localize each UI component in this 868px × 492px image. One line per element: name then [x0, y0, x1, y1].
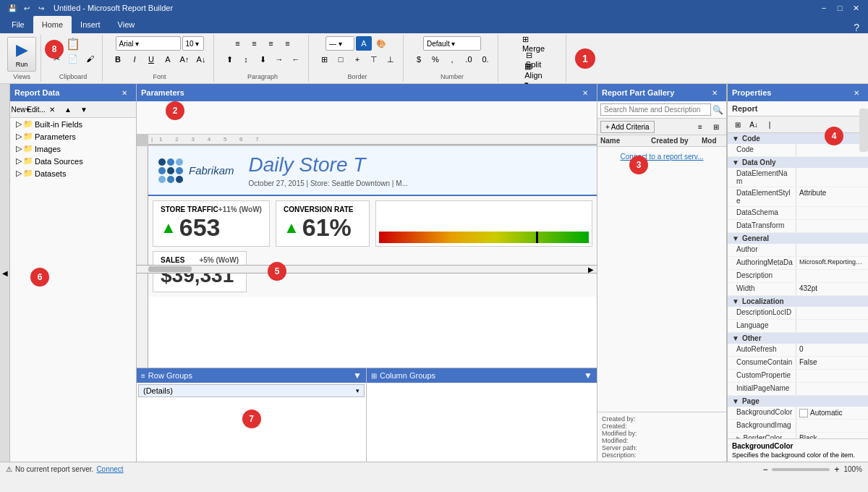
currency-btn[interactable]: $ — [411, 52, 427, 67]
props-separator: | — [762, 118, 777, 131]
tree-images[interactable]: ▷ 📁 Images — [10, 143, 136, 155]
help-icon[interactable]: ? — [848, 22, 865, 33]
delete-item-btn[interactable]: ✕ — [45, 103, 59, 116]
border-top-btn[interactable]: ⊤ — [366, 52, 382, 67]
new-item-btn[interactable]: New▾ — [13, 103, 27, 116]
align-center-btn[interactable]: ≡ — [247, 36, 263, 51]
props-scrollbar[interactable] — [859, 109, 868, 152]
border-all-btn[interactable]: ⊞ — [316, 52, 332, 67]
tab-insert[interactable]: Insert — [72, 16, 109, 33]
prop-description: Description — [728, 270, 868, 283]
zoom-in-btn[interactable]: + — [834, 465, 839, 475]
annotation-7: 7 — [242, 410, 261, 428]
col-groups-content — [367, 383, 597, 462]
align-btn[interactable]: ▦ Align ▾ — [526, 68, 542, 82]
bold-btn[interactable]: B — [110, 52, 126, 67]
font-size-down-btn[interactable]: A↓ — [193, 52, 209, 67]
close-report-data-btn[interactable]: ✕ — [117, 86, 132, 99]
undo-btn[interactable]: ↩ — [20, 1, 33, 14]
tab-file[interactable]: File — [3, 16, 33, 33]
border-inside-btn[interactable]: + — [349, 52, 365, 67]
gallery-view-list-btn[interactable]: ≡ — [693, 120, 707, 133]
merge-btn[interactable]: ⊞ Merge — [526, 36, 542, 51]
row-groups-collapse-btn[interactable]: ▼ — [353, 370, 362, 381]
paste-btn[interactable]: 📋 — [65, 36, 81, 51]
props-sort-az-btn[interactable]: A↓ — [746, 118, 761, 131]
report-subtitle: October 27, 2015 | Store: Seattle Downto… — [249, 179, 587, 187]
tab-home[interactable]: Home — [33, 16, 72, 33]
percent-btn[interactable]: % — [427, 52, 443, 67]
tree-parameters[interactable]: ▷ 📁 Parameters — [10, 130, 136, 143]
restore-btn[interactable]: □ — [833, 1, 846, 14]
gallery-connect-link[interactable]: Connect to a report serv... — [597, 147, 726, 166]
border-bottom-btn[interactable]: ⊥ — [383, 52, 399, 67]
copy-btn[interactable]: 📄 — [65, 51, 81, 66]
gallery-view-grid-btn[interactable]: ⊞ — [709, 120, 723, 133]
bar-marker — [536, 232, 538, 243]
align-justify-btn[interactable]: ≡ — [280, 36, 296, 51]
bg-color-swatch — [799, 409, 808, 417]
section-other-label: Other — [742, 334, 762, 342]
close-gallery-btn[interactable]: ✕ — [707, 86, 722, 99]
align-left-btn[interactable]: ≡ — [230, 36, 246, 51]
close-btn[interactable]: ✕ — [849, 1, 862, 14]
connect-link[interactable]: Connect — [96, 465, 123, 473]
close-parameters-btn[interactable]: ✕ — [578, 86, 592, 99]
report-data-tree: ▷ 📁 Built-in Fields ▷ 📁 Parameters ▷ 📁 I… — [10, 118, 136, 462]
section-localization[interactable]: ▼ Localization — [728, 296, 868, 307]
redo-btn[interactable]: ↪ — [35, 1, 48, 14]
close-props-btn[interactable]: ✕ — [849, 86, 864, 99]
h-scrollbar[interactable]: ▶ — [137, 265, 597, 273]
left-panel-toggle[interactable]: ◀ 6 — [0, 84, 10, 462]
font-size-up-btn[interactable]: A↑ — [176, 52, 192, 67]
section-page[interactable]: ▼ Page — [728, 396, 868, 407]
report-data-toolbar: New▾ Edit... ✕ ▲ ▼ — [10, 101, 136, 118]
valign-bot-btn[interactable]: ⬇ — [255, 52, 271, 67]
gallery-search-input[interactable] — [600, 103, 711, 116]
number-format-dropdown[interactable]: Default ▾ — [423, 36, 481, 51]
font-family-dropdown[interactable]: Arial ▾ — [116, 36, 181, 51]
edit-item-btn[interactable]: Edit... — [29, 103, 43, 116]
border-outside-btn[interactable]: □ — [333, 52, 349, 67]
outdent-btn[interactable]: ← — [288, 52, 304, 67]
valign-mid-btn[interactable]: ↕ — [238, 52, 254, 67]
tree-datasets[interactable]: ▷ 📁 Datasets — [10, 167, 136, 179]
zoom-slider[interactable] — [772, 468, 830, 471]
underline-btn[interactable]: U — [143, 52, 159, 67]
section-other[interactable]: ▼ Other — [728, 333, 868, 344]
add-criteria-btn[interactable]: + Add Criteria — [600, 121, 655, 133]
decimal-dec-btn[interactable]: 0. — [477, 52, 493, 67]
section-data-only[interactable]: ▼ Data Only — [728, 157, 868, 168]
align-right-btn[interactable]: ≡ — [263, 36, 279, 51]
tree-datasources[interactable]: ▷ 📁 Data Sources — [10, 155, 136, 167]
props-title: Properties — [732, 88, 771, 97]
props-sort-cat-btn[interactable]: ⊞ — [731, 118, 745, 131]
scroll-right-btn[interactable]: ▶ — [588, 266, 597, 273]
minimize-btn[interactable]: − — [817, 1, 830, 14]
save-btn[interactable]: 💾 — [6, 1, 19, 14]
move-down-btn[interactable]: ▼ — [77, 103, 91, 116]
move-up-btn[interactable]: ▲ — [61, 103, 75, 116]
zoom-out-btn[interactable]: − — [762, 465, 767, 475]
font-size-dropdown[interactable]: 10 ▾ — [182, 36, 204, 51]
section-code[interactable]: ▼ Code — [728, 133, 868, 144]
valign-top-btn[interactable]: ⬆ — [221, 52, 237, 67]
italic-btn[interactable]: I — [127, 52, 142, 67]
border-style-dropdown[interactable]: — ▾ — [326, 36, 354, 51]
indent-btn[interactable]: → — [271, 52, 287, 67]
tree-builtin-fields[interactable]: ▷ 📁 Built-in Fields — [10, 118, 136, 130]
font-color-btn[interactable]: A — [160, 52, 176, 67]
col-groups-collapse-btn[interactable]: ▼ — [584, 370, 592, 381]
run-button[interactable]: ▶ Run — [7, 37, 36, 72]
border-color-btn[interactable]: A — [356, 36, 372, 51]
fill-color-btn[interactable]: 🎨 — [373, 36, 389, 51]
decimal-inc-btn[interactable]: .0 — [461, 52, 477, 67]
prop-initial-page: InitialPageName — [728, 383, 868, 396]
parameters-bar: Parameters ✕ 2 — [137, 84, 597, 135]
comma-btn[interactable]: , — [444, 52, 460, 67]
format-painter-btn[interactable]: 🖌 — [82, 51, 98, 66]
section-general[interactable]: ▼ General — [728, 233, 868, 244]
details-dropdown-btn[interactable]: ▾ — [356, 387, 359, 394]
tab-view[interactable]: View — [109, 16, 144, 33]
gallery-title: Report Part Gallery — [602, 88, 674, 97]
